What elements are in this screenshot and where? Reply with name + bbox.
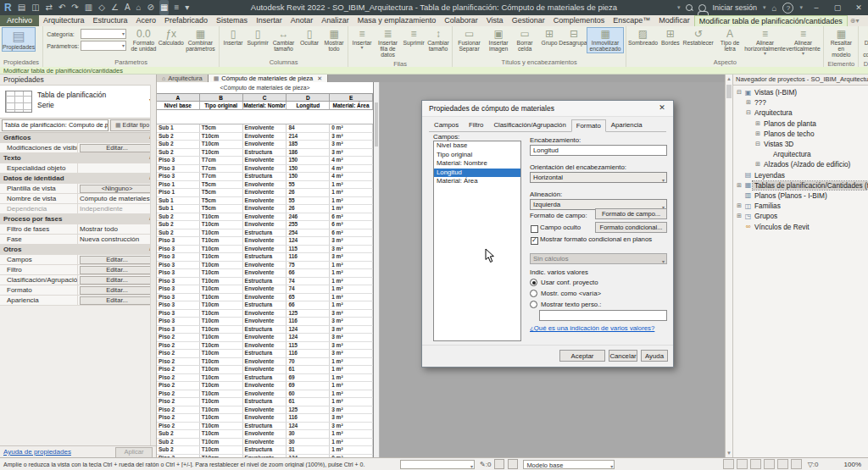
- property-value-button[interactable]: Editar...: [80, 256, 154, 264]
- ribbon-tab-estructura[interactable]: Estructura: [89, 15, 132, 26]
- scroll-up-icon[interactable]: ▲: [726, 76, 732, 81]
- table-cell[interactable]: 1 m²: [330, 189, 373, 196]
- ribbon-button-calculado[interactable]: ƒxCalculado: [159, 27, 183, 47]
- table-row[interactable]: Sub 2T10cmEnvolvente2556 m²: [157, 221, 373, 229]
- table-cell[interactable]: 69: [287, 374, 330, 382]
- table-cell[interactable]: T10cm: [200, 446, 243, 454]
- table-cell[interactable]: Envolvente: [243, 237, 287, 245]
- browser-item-vistas-3d[interactable]: ⊟Vistas 3D: [733, 139, 868, 149]
- ribbon-button-combinar-par-metros[interactable]: ▦Combinar parámetros: [184, 27, 217, 53]
- table-row[interactable]: Piso 3T10cmEnvolvente1243 m²: [157, 237, 373, 246]
- ribbon-tab-vista[interactable]: Vista: [482, 15, 508, 26]
- ribbon-combo-categor-a[interactable]: Categoría:▾: [47, 29, 126, 39]
- table-cell[interactable]: Envolvente: [243, 189, 287, 196]
- table-cell[interactable]: T10cm: [200, 374, 243, 382]
- table-cell[interactable]: Envolvente: [243, 390, 287, 398]
- table-cell[interactable]: T10cm: [200, 439, 243, 446]
- table-cell[interactable]: 124: [287, 237, 330, 245]
- table-cell[interactable]: 4 m²: [330, 157, 373, 164]
- ok-button[interactable]: Aceptar: [559, 350, 605, 362]
- table-cell[interactable]: Estructura: [243, 149, 287, 157]
- table-row[interactable]: Sub 1T5cmEnvolvente840 m²: [157, 124, 373, 133]
- table-cell[interactable]: 6 m²: [330, 229, 373, 237]
- table-cell[interactable]: T5cm: [200, 189, 243, 196]
- table-cell[interactable]: 66: [287, 269, 330, 277]
- table-cell[interactable]: T10cm: [200, 213, 243, 221]
- table-row[interactable]: Piso 1T5cmEnvolvente261 m²: [157, 189, 373, 197]
- table-cell[interactable]: 186: [287, 149, 330, 157]
- browser-item-planos-planos-i-bim[interactable]: ▥Planos (Planos - I-BIM): [733, 191, 868, 201]
- active-workset-icon[interactable]: [494, 459, 504, 469]
- type-selector[interactable]: Tabla de planificación Serie ▾: [0, 86, 156, 119]
- browser-item-tablas-de-planificaci-n-cantidades-todo[interactable]: ⊞▦Tablas de planificación/Cantidades (to…: [733, 180, 868, 191]
- properties-help-link[interactable]: Ayuda de propiedades: [3, 448, 71, 456]
- table-cell[interactable]: Envolvente: [243, 205, 287, 213]
- table-cell[interactable]: T10cm: [200, 221, 243, 229]
- table-cell[interactable]: 84: [287, 124, 330, 132]
- table-cell[interactable]: Piso 3: [157, 262, 200, 269]
- table-row[interactable]: Piso 3T10cmEnvolvente661 m²: [157, 269, 373, 278]
- table-cell[interactable]: 3 m²: [330, 423, 373, 430]
- table-cell[interactable]: 3 m²: [330, 141, 373, 148]
- table-row[interactable]: Piso 3T10cmEnvolvente1163 m²: [157, 318, 373, 326]
- table-cell[interactable]: 3 m²: [330, 253, 373, 261]
- table-cell[interactable]: T10cm: [200, 366, 243, 373]
- table-cell[interactable]: Estructura: [243, 326, 287, 334]
- table-row[interactable]: Piso 3T7cmEnvolvente1504 m²: [157, 157, 373, 165]
- table-cell[interactable]: Piso 2: [157, 366, 200, 373]
- chevron-down-icon[interactable]: ▾: [763, 4, 766, 11]
- table-cell[interactable]: 1 m²: [330, 285, 373, 293]
- table-cell[interactable]: 1 m²: [330, 181, 373, 189]
- table-cell[interactable]: 6 m²: [330, 221, 373, 229]
- table-cell[interactable]: T10cm: [200, 414, 243, 422]
- table-cell[interactable]: Piso 3: [157, 269, 200, 277]
- column-letter[interactable]: E: [330, 94, 373, 102]
- table-row[interactable]: Piso 1T5cmEnvolvente551 m²: [157, 181, 373, 190]
- table-cell[interactable]: Piso 3: [157, 173, 200, 180]
- table-cell[interactable]: T10cm: [200, 285, 243, 293]
- properties-section-proceso-por-fases[interactable]: Proceso por fases∧: [0, 214, 156, 224]
- table-cell[interactable]: 0 m²: [330, 124, 373, 132]
- table-cell[interactable]: Piso 2: [157, 406, 200, 414]
- ribbon-button-restablecer[interactable]: ↺Restablecer: [683, 27, 714, 47]
- table-cell[interactable]: Estructura: [243, 446, 287, 454]
- worksets-icon[interactable]: [723, 459, 734, 469]
- table-row[interactable]: Sub 2T10cmEnvolvente2143 m²: [157, 133, 373, 141]
- table-row[interactable]: Piso 2T10cmEnvolvente1243 m²: [157, 334, 373, 342]
- table-cell[interactable]: T10cm: [200, 334, 243, 341]
- select-pinned-icon[interactable]: [777, 459, 788, 469]
- table-cell[interactable]: Piso 3: [157, 318, 200, 325]
- canvas-scrollbar[interactable]: ▲ ▼: [725, 75, 733, 457]
- table-cell[interactable]: 1 m²: [330, 205, 373, 213]
- table-cell[interactable]: 3 m²: [330, 237, 373, 245]
- table-row[interactable]: Sub 2T10cmEstructura1863 m²: [157, 149, 373, 158]
- dialog-tab-formato[interactable]: Formato: [571, 119, 606, 132]
- field-format-button[interactable]: Formato de campo...: [595, 208, 667, 219]
- ribbon-button-desagrupar[interactable]: ⊟Desagrupar: [562, 27, 586, 47]
- column-letter[interactable]: A: [157, 94, 200, 102]
- ribbon-button-fusionar-separar[interactable]: ▭Fusionar Separar: [454, 27, 484, 53]
- table-cell[interactable]: Envolvente: [243, 310, 287, 318]
- table-cell[interactable]: Piso 3: [157, 326, 200, 334]
- table-cell[interactable]: 1 m²: [330, 269, 373, 277]
- table-cell[interactable]: 246: [287, 213, 330, 221]
- table-cell[interactable]: T5cm: [200, 181, 243, 189]
- table-row[interactable]: Sub 1T5cmEnvolvente261 m²: [157, 205, 373, 213]
- properties-section-texto[interactable]: Texto∧: [0, 153, 156, 163]
- table-cell[interactable]: Envolvente: [243, 124, 287, 132]
- dialog-radio-mostrar-texto-perso[interactable]: Mostrar texto perso.:: [530, 299, 602, 310]
- ribbon-button-suprimir[interactable]: ▯Suprimir: [246, 27, 270, 47]
- table-row[interactable]: Piso 3T10cmEstructura661 m²: [157, 301, 373, 310]
- selection-filter-badge[interactable]: ▽:0: [808, 461, 819, 468]
- table-cell[interactable]: Piso 3: [157, 253, 200, 261]
- table-cell[interactable]: Sub 2: [157, 229, 200, 237]
- table-cell[interactable]: 30: [287, 439, 330, 446]
- table-cell[interactable]: Envolvente: [243, 294, 287, 301]
- table-row[interactable]: Piso 3T10cmEstructura741 m²: [157, 278, 373, 286]
- ribbon-tab-arquitectura[interactable]: Arquitectura: [39, 15, 89, 26]
- table-cell[interactable]: Envolvente: [243, 414, 287, 422]
- table-cell[interactable]: T10cm: [200, 390, 243, 398]
- ribbon-button-formato-de-unidad[interactable]: 0.0Formato de unidad: [129, 27, 159, 53]
- ribbon-combo-par-metros[interactable]: Parámetros:▾: [47, 41, 126, 51]
- table-cell[interactable]: T10cm: [200, 237, 243, 245]
